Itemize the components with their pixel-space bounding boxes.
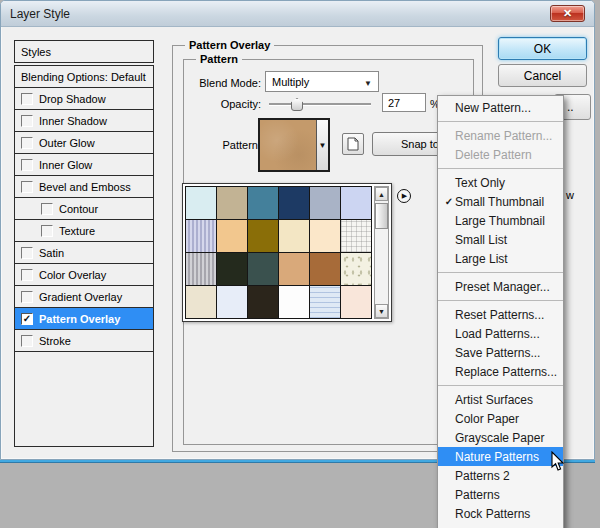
menu-item-label: Color Paper [455,412,519,426]
pattern-dropdown-button[interactable]: ▼ [316,120,328,170]
menu-item-label: Save Patterns... [455,346,540,360]
menu-item-load-patterns[interactable]: Load Patterns... [438,324,563,343]
menu-item-text-only[interactable]: Text Only [438,173,563,192]
menu-item-patterns[interactable]: Patterns [438,485,563,504]
pattern-swatch[interactable] [279,286,309,318]
checkbox-icon[interactable] [21,181,33,193]
pattern-swatch[interactable] [248,253,278,285]
checkbox-icon[interactable] [21,159,33,171]
menu-item-label: Artist Surfaces [455,393,533,407]
menu-item-label: Load Patterns... [455,327,540,341]
swatch-flyout-button[interactable]: ▶ [397,189,411,203]
menu-item-artist-surfaces[interactable]: Artist Surfaces [438,390,563,409]
pattern-swatch[interactable] [248,286,278,318]
pattern-swatch[interactable] [217,220,247,252]
pattern-swatch[interactable] [341,187,371,219]
menu-item-grayscale-paper[interactable]: Grayscale Paper [438,428,563,447]
pattern-swatch[interactable] [186,220,216,252]
sidebar-item-inner-shadow[interactable]: Inner Shadow [15,110,153,132]
opacity-slider[interactable] [269,103,371,106]
scrollbar-thumb[interactable] [375,203,388,229]
pattern-picker[interactable]: ▼ [258,118,330,172]
menu-item-color-paper[interactable]: Color Paper [438,409,563,428]
pattern-swatch[interactable] [341,220,371,252]
checkbox-icon[interactable] [41,203,53,215]
menu-item-label: Text Only [455,176,505,190]
ok-button[interactable]: OK [498,37,587,60]
menu-item-label: Patterns 2 [455,469,510,483]
menu-item-label: Patterns [455,488,500,502]
cancel-button[interactable]: Cancel [498,64,587,87]
checkbox-icon[interactable] [41,225,53,237]
pattern-swatch[interactable] [341,286,371,318]
pattern-swatch[interactable] [279,187,309,219]
menu-item-nature-patterns[interactable]: Nature Patterns [438,447,563,466]
checkbox-icon[interactable] [21,247,33,259]
blend-mode-select[interactable]: Multiply ▼ [265,71,379,92]
titlebar[interactable]: Layer Style ✕ [1,1,594,27]
sidebar-item-outer-glow[interactable]: Outer Glow [15,132,153,154]
scroll-down-arrow[interactable]: ▼ [375,304,388,318]
checkbox-icon[interactable] [21,93,33,105]
menu-item-patterns-2[interactable]: Patterns 2 [438,466,563,485]
sidebar-item-drop-shadow[interactable]: Drop Shadow [15,88,153,110]
pattern-swatch[interactable] [186,253,216,285]
close-button[interactable]: ✕ [550,5,585,22]
pattern-swatch[interactable] [217,286,247,318]
checkbox-icon[interactable] [21,291,33,303]
sidebar-item-satin[interactable]: Satin [15,242,153,264]
menu-item-replace-patterns[interactable]: Replace Patterns... [438,362,563,381]
opacity-input[interactable]: 27 [382,93,426,112]
pattern-swatch[interactable] [217,187,247,219]
menu-item-small-thumbnail[interactable]: ✓Small Thumbnail [438,192,563,211]
pattern-swatch[interactable] [310,220,340,252]
new-pattern-button[interactable] [342,133,364,155]
styles-header-label: Styles [21,46,51,58]
menu-item-label: Rename Pattern... [455,129,552,143]
pattern-swatch[interactable] [186,286,216,318]
sidebar-item-bevel-and-emboss[interactable]: Bevel and Emboss [15,176,153,198]
sidebar-item-stroke[interactable]: Stroke [15,330,153,352]
pattern-swatch[interactable] [217,253,247,285]
menu-item-small-list[interactable]: Small List [438,230,563,249]
menu-item-preset-manager[interactable]: Preset Manager... [438,277,563,296]
checkbox-checked-icon[interactable]: ✓ [21,313,33,325]
menu-item-large-thumbnail[interactable]: Large Thumbnail [438,211,563,230]
sidebar-item-pattern-overlay[interactable]: ✓Pattern Overlay [15,308,153,330]
checkbox-icon[interactable] [21,269,33,281]
menu-item-large-list[interactable]: Large List [438,249,563,268]
pattern-swatch[interactable] [248,187,278,219]
sidebar-item-blending-options-default[interactable]: Blending Options: Default [15,66,153,88]
menu-item-label: Replace Patterns... [455,365,557,379]
current-pattern-thumbnail[interactable] [260,120,316,170]
window-title: Layer Style [10,7,70,21]
menu-item-new-pattern[interactable]: New Pattern... [438,98,563,117]
swatch-scrollbar[interactable]: ▲ ▼ [374,186,389,319]
pattern-swatch[interactable] [310,286,340,318]
styles-header[interactable]: Styles [14,40,154,63]
checkbox-icon[interactable] [21,137,33,149]
menu-item-save-patterns[interactable]: Save Patterns... [438,343,563,362]
menu-item-texture-fill-2[interactable]: Texture Fill 2 [438,523,563,528]
sidebar-item-texture[interactable]: Texture [15,220,153,242]
pattern-swatch[interactable] [248,220,278,252]
pattern-swatch[interactable] [341,253,371,285]
pattern-swatch[interactable] [279,220,309,252]
menu-item-rock-patterns[interactable]: Rock Patterns [438,504,563,523]
sidebar-item-gradient-overlay[interactable]: Gradient Overlay [15,286,153,308]
menu-item-label: Small List [455,233,507,247]
scroll-up-arrow[interactable]: ▲ [375,187,388,201]
menu-item-reset-patterns[interactable]: Reset Patterns... [438,305,563,324]
pattern-swatch[interactable] [186,187,216,219]
pattern-swatch-grid [185,186,372,319]
sidebar-item-inner-glow[interactable]: Inner Glow [15,154,153,176]
menu-item-rename-pattern: Rename Pattern... [438,126,563,145]
pattern-swatch[interactable] [310,187,340,219]
checkbox-icon[interactable] [21,335,33,347]
sidebar-item-label: Blending Options: Default [21,71,146,83]
pattern-swatch[interactable] [279,253,309,285]
pattern-swatch[interactable] [310,253,340,285]
sidebar-item-contour[interactable]: Contour [15,198,153,220]
checkbox-icon[interactable] [21,115,33,127]
sidebar-item-color-overlay[interactable]: Color Overlay [15,264,153,286]
